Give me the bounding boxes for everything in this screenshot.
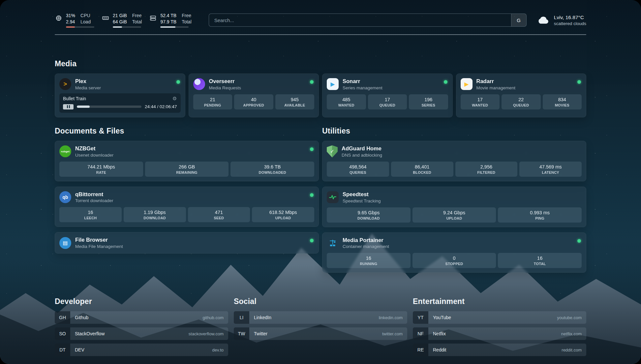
stat-queries: 498,564QUERIES [327,162,389,177]
service-card-speedtest[interactable]: Speedtest Speedtest Tracking 9.65 GbpsDO… [322,187,586,227]
bookmark-github[interactable]: GH Github github.com [55,311,228,324]
portainer-icon [327,237,339,249]
disk-labels: FreeTotal [182,13,192,24]
stat-download: 1.19 GbpsDOWNLOAD [124,207,186,222]
bookmark-group-social: Social LI LinkedIn linkedin.com TW Twitt… [234,297,407,344]
bookmark-name: StackOverflow [70,327,189,340]
bookmark-name: Twitter [249,327,382,340]
stat-stopped: 0STOPPED [412,253,496,268]
service-desc: Torrent downloader [75,198,113,203]
status-dot [577,239,581,243]
service-name: Speedtest [343,191,381,198]
disk-values: 52.4 TB97.9 TB [160,13,176,24]
section-documents: Documents & Files nzbget NZBGet Usenet d… [55,127,319,259]
bookmark-stackoverflow[interactable]: SO StackOverflow stackoverflow.com [55,327,228,340]
service-card-adguard[interactable]: ✓ AdGuard Home DNS and adblocking 498,56… [322,141,586,181]
service-name: File Browser [75,237,123,243]
gear-icon[interactable]: ⚙ [172,96,177,102]
bookmark-name: DEV [70,344,212,356]
stat-queued: 22QUEUED [502,94,541,109]
bookmark-netflix[interactable]: NF Netflix netflix.com [413,327,586,340]
nzbget-icon: nzbget [59,145,71,157]
service-desc: DNS and adblocking [342,153,382,158]
stat-queued: 17QUEUED [368,94,407,109]
cpu-labels: CPULoad [80,13,91,24]
service-desc: Usenet downloader [75,153,113,158]
service-card-plex[interactable]: > Plex Media server Bullet Train ⚙ [55,74,185,117]
stat-ping: 0.993 msPING [498,207,582,223]
bookmark-abbr: DT [55,344,70,356]
bookmark-url: stackoverflow.com [189,327,228,340]
memory-values: 21 GiB64 GiB [113,13,127,24]
adguard-icon: ✓ [327,145,338,158]
top-bar: 31%2.94 CPULoad 21 GiB64 GiB FreeTotal [55,11,586,29]
stat-seed: 471SEED [188,207,250,222]
service-desc: Series management [343,85,382,90]
memory-icon [102,14,109,22]
search-provider-button[interactable]: G [511,14,526,26]
bookmark-linkedin[interactable]: LI LinkedIn linkedin.com [234,311,407,324]
section-title-developer: Developer [55,297,228,306]
search-input[interactable] [209,17,511,23]
bookmark-abbr: RE [413,344,428,356]
service-card-filebrowser[interactable]: ▤ File Browser Media File Management [55,232,319,254]
weather-widget[interactable]: Lviv, 16.87°C scattered clouds [536,14,586,27]
bookmark-dev[interactable]: DT DEV dev.to [55,344,228,356]
service-card-portainer[interactable]: Media Portainer Container management 16R… [322,232,586,273]
status-dot [176,80,180,84]
cpu-icon [55,14,63,22]
service-card-sonarr[interactable]: ▶ Sonarr Series management 485WANTED 17Q… [322,74,453,117]
stat-filtered: 2,956FILTERED [455,162,518,177]
section-title-utilities: Utilities [322,127,586,136]
dashboard-content: 31%2.94 CPULoad 21 GiB64 GiB FreeTotal [0,0,641,364]
service-card-radarr[interactable]: ▶ Radarr Movie management 17WANTED 22QUE… [456,74,587,117]
status-dot [444,80,447,84]
dashboard-screen: 31%2.94 CPULoad 21 GiB64 GiB FreeTotal [0,0,641,364]
search-bar: G [209,14,527,27]
section-title-entertainment: Entertainment [413,297,586,306]
stat-downloaded: 39.6 TBDOWNLOADED [230,162,314,177]
stat-upload: 618.52 MbpsUPLOAD [252,207,314,222]
memory-widget: 21 GiB64 GiB FreeTotal [102,13,142,27]
stat-wanted: 17WANTED [461,94,500,109]
stat-upload: 9.24 GbpsUPLOAD [412,207,496,223]
bookmark-abbr: GH [55,311,70,324]
pause-button[interactable] [63,104,74,109]
cpu-bar [66,26,94,28]
stat-pending: 21PENDING [193,94,232,109]
stat-download: 9.65 GbpsDOWNLOAD [327,207,411,223]
speedtest-icon [327,191,339,203]
disk-icon [149,14,157,22]
cpu-values: 31%2.94 [66,13,75,24]
bookmark-abbr: YT [413,311,428,324]
bookmark-youtube[interactable]: YT YouTube youtube.com [413,311,586,324]
filebrowser-icon: ▤ [59,237,71,249]
cloud-icon [536,14,550,27]
plex-icon: > [59,78,71,90]
service-card-qbittorrent[interactable]: qb qBittorrent Torrent downloader 16LEEC… [55,187,319,227]
service-card-overseerr[interactable]: Overseerr Media Requests 21PENDING 40APP… [189,74,319,117]
service-name: NZBGet [75,145,113,152]
playback-progress[interactable] [77,106,141,108]
service-desc: Media File Management [75,244,123,249]
service-desc: Container management [343,244,389,249]
bookmark-url: twitter.com [382,327,407,340]
qbittorrent-icon: qb [59,191,71,203]
stat-approved: 40APPROVED [234,94,273,109]
bookmark-reddit[interactable]: RE Reddit reddit.com [413,344,586,356]
bookmark-url: netflix.com [561,327,586,340]
service-card-nzbget[interactable]: nzbget NZBGet Usenet downloader 744.21 M… [55,141,319,181]
bookmark-name: Netflix [428,327,561,340]
status-dot [577,80,581,84]
bookmark-group-developer: Developer GH Github github.com SO StackO… [55,297,228,360]
stat-series: 196SERIES [409,94,448,109]
disk-bar [160,26,189,28]
bookmark-twitter[interactable]: TW Twitter twitter.com [234,327,407,340]
weather-location: Lviv, 16.87°C [554,15,586,20]
bookmark-url: github.com [202,311,228,324]
stat-running: 16RUNNING [327,253,411,268]
stat-latency: 47.569 msLATENCY [519,162,582,177]
service-name: Plex [75,78,101,85]
status-dot [310,80,314,84]
header-divider [55,34,586,35]
